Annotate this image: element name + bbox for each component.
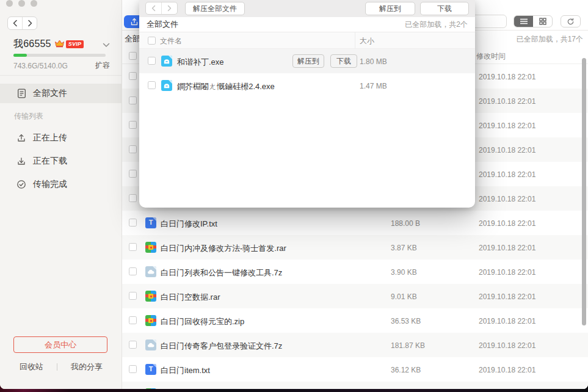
archive-preview-dialog: 解压全部文件 解压到 下载 全部文件 已全部加载，共2个 文件名 大小 和谐补丁… xyxy=(139,0,475,208)
row-size: 3.90 KB xyxy=(391,268,417,277)
sidebar-item-all-files[interactable]: 全部文件 xyxy=(0,84,122,103)
check-circle-icon xyxy=(16,180,26,189)
row-checkbox[interactable] xyxy=(129,170,137,178)
dialog-back-button[interactable] xyxy=(146,2,162,14)
storage-usage: 743.6G/5140.0G xyxy=(13,62,68,70)
dialog-loaded-status: 已全部加载，共2个 xyxy=(405,20,468,30)
txt-file-icon: T xyxy=(145,364,156,375)
row-time: 2019.10.18 22:01 xyxy=(479,170,535,179)
grid-view-button[interactable] xyxy=(533,16,552,27)
row-download-button[interactable]: 下载 xyxy=(330,54,357,68)
user-account[interactable]: 我66555 SVIP xyxy=(13,38,110,51)
row-filename: 白日门空数据.rar xyxy=(161,292,220,303)
sidebar-divider xyxy=(0,75,122,76)
row-size: 3.87 KB xyxy=(391,244,417,252)
zoom-window-button[interactable] xyxy=(31,0,37,7)
rar-file-icon xyxy=(145,242,156,253)
sidebar: 我66555 SVIP 743.6G/5140.0G 扩容 全部文件 xyxy=(0,0,122,389)
chevron-down-icon[interactable] xyxy=(103,39,110,50)
table-row[interactable]: 白日门空数据.rar 9.01 KB 2019.10.18 22:01 xyxy=(122,284,588,308)
row-size: 1.47 MB xyxy=(360,82,387,90)
table-row[interactable] xyxy=(122,382,588,389)
row-checkbox[interactable] xyxy=(129,267,137,275)
storage-progress-bar xyxy=(13,54,106,57)
refresh-button[interactable] xyxy=(561,15,581,27)
row-checkbox[interactable] xyxy=(129,292,137,300)
row-checkbox[interactable] xyxy=(129,316,137,324)
row-checkbox[interactable] xyxy=(129,96,137,104)
table-row[interactable]: 白日门回收得元宝的.zip 36.53 KB 2019.10.18 22:01 xyxy=(122,308,588,333)
row-checkbox[interactable] xyxy=(148,57,156,65)
zip-file-icon xyxy=(145,315,156,326)
dialog-forward-button[interactable] xyxy=(162,2,177,14)
vertical-scrollbar[interactable] xyxy=(582,58,586,325)
download-button[interactable]: 下载 xyxy=(420,2,469,15)
dialog-table-row[interactable]: 和谐补丁.exe 解压到 下载 1.80 MB xyxy=(139,49,475,73)
row-checkbox[interactable] xyxy=(129,365,137,373)
row-checkbox[interactable] xyxy=(129,72,137,80)
7z-file-icon xyxy=(145,339,156,350)
row-time: 2019.10.18 22:01 xyxy=(479,219,535,228)
svip-badge: SVIP xyxy=(66,40,84,48)
row-checkbox[interactable] xyxy=(129,145,137,153)
row-checkbox[interactable] xyxy=(129,219,137,227)
row-time: 2019.10.18 22:01 xyxy=(479,146,535,154)
row-time: 2019.10.18 22:01 xyxy=(479,244,535,252)
table-row[interactable]: 白日门内冲及修改方法-骑士首发.rar 3.87 KB 2019.10.18 2… xyxy=(122,235,588,260)
dialog-column-header-name[interactable]: 文件名 xyxy=(160,36,182,46)
column-header-time[interactable]: 修改时间 xyxy=(476,51,506,62)
view-toggle xyxy=(514,15,553,27)
row-filename: 白日门内冲及修改方法-骑士首发.rar xyxy=(161,243,286,254)
back-button[interactable] xyxy=(8,17,23,29)
column-divider xyxy=(355,32,355,49)
table-row[interactable]: T 白日门修改IP.txt 188.00 B 2019.10.18 22:01 xyxy=(122,211,588,235)
row-filename: 白日门列表和公告一键修改工具.7z xyxy=(161,267,282,278)
list-view-icon xyxy=(520,18,528,24)
chevron-left-icon xyxy=(12,20,18,27)
member-center-button[interactable]: 会员中心 xyxy=(13,336,107,353)
chevron-left-icon xyxy=(151,5,156,12)
upload-icon xyxy=(16,133,26,143)
row-time: 2019.10.18 22:01 xyxy=(479,366,535,374)
dialog-history-nav xyxy=(145,2,178,15)
row-checkbox[interactable] xyxy=(148,81,156,89)
expand-storage-link[interactable]: 扩容 xyxy=(95,60,110,71)
row-checkbox[interactable] xyxy=(129,194,137,202)
row-filename: 和谐补丁.exe xyxy=(177,57,224,68)
dialog-table-row[interactable]: 鐧芥棩闂ㄤ慨鏀硅櫒2.4.exe 1.47 MB xyxy=(139,73,475,98)
chevron-right-icon xyxy=(27,20,33,27)
dialog-column-header-size[interactable]: 大小 xyxy=(360,36,374,46)
username: 我66555 xyxy=(13,38,51,51)
row-filename: 白日门修改IP.txt xyxy=(161,219,217,230)
row-size: 1.80 MB xyxy=(360,57,387,66)
storage-row: 743.6G/5140.0G 扩容 xyxy=(13,60,110,71)
my-share-link[interactable]: 我的分享 xyxy=(71,361,103,372)
crown-icon xyxy=(54,39,65,50)
select-all-checkbox[interactable] xyxy=(129,52,137,60)
sidebar-item-label: 全部文件 xyxy=(33,88,67,99)
list-view-button[interactable] xyxy=(514,16,533,27)
minimize-window-button[interactable] xyxy=(18,0,25,7)
dialog-table-header: 文件名 大小 xyxy=(139,32,475,49)
table-row[interactable]: 白日门传奇客户包登录验证文件.7z 181.87 KB 2019.10.18 2… xyxy=(122,333,588,357)
row-checkbox[interactable] xyxy=(129,243,137,251)
history-nav xyxy=(7,16,37,30)
dialog-breadcrumb[interactable]: 全部文件 xyxy=(147,19,178,30)
sidebar-item-uploading[interactable]: 正在上传 xyxy=(0,128,122,148)
dialog-select-all-checkbox[interactable] xyxy=(148,37,156,45)
row-time: 2019.10.18 22:01 xyxy=(479,195,535,203)
row-extract-to-button[interactable]: 解压到 xyxy=(292,54,324,68)
table-row[interactable]: T 白日门item.txt 36.12 KB 2019.10.18 22:01 xyxy=(122,357,588,382)
row-checkbox[interactable] xyxy=(129,341,137,349)
sidebar-footer: 回收站 我的分享 xyxy=(0,361,122,372)
extract-all-button[interactable]: 解压全部文件 xyxy=(185,2,245,15)
table-row[interactable]: 白日门列表和公告一键修改工具.7z 3.90 KB 2019.10.18 22:… xyxy=(122,260,588,284)
extract-to-button[interactable]: 解压到 xyxy=(365,2,415,15)
recycle-bin-link[interactable]: 回收站 xyxy=(20,361,43,372)
sidebar-item-completed[interactable]: 传输完成 xyxy=(0,175,122,194)
forward-button[interactable] xyxy=(23,17,37,29)
refresh-icon xyxy=(567,18,575,26)
close-window-button[interactable] xyxy=(6,0,13,7)
sidebar-item-downloading[interactable]: 正在下载 xyxy=(0,151,122,171)
row-checkbox[interactable] xyxy=(129,121,137,129)
